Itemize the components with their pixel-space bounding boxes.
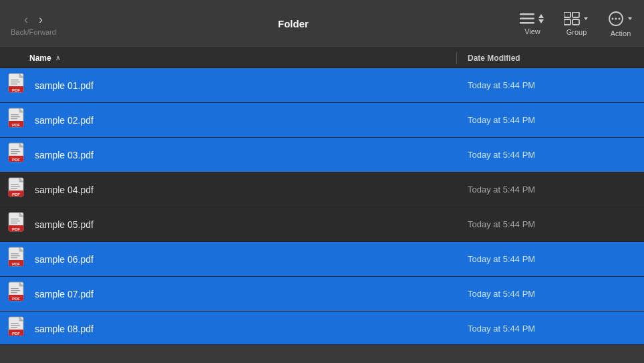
file-name: sample 07.pdf (35, 289, 446, 299)
group-chevron-icon (583, 15, 589, 22)
back-button[interactable]: ‹ (21, 12, 31, 27)
group-control[interactable]: Group (564, 12, 589, 36)
svg-rect-37 (11, 186, 20, 187)
forward-button[interactable]: › (36, 12, 45, 27)
svg-text:PDF: PDF (12, 227, 20, 231)
svg-text:PDF: PDF (12, 193, 20, 197)
file-row[interactable]: PDF sample 08.pdf Today at 5:44 PM (0, 312, 644, 346)
action-control[interactable]: Action (608, 11, 633, 37)
svg-rect-20 (11, 84, 17, 84)
back-forward-nav: ‹ › Back/Forward (11, 12, 56, 36)
window-title: Folder (278, 18, 309, 29)
svg-rect-19 (11, 82, 20, 82)
name-column-header[interactable]: Name ∧ (0, 53, 456, 63)
pdf-icon: PDF (8, 247, 27, 269)
view-control[interactable]: View (520, 13, 545, 35)
svg-rect-5 (564, 12, 571, 17)
nav-label: Back/Forward (11, 28, 56, 36)
file-row[interactable]: PDF sample 06.pdf Today at 5:44 PM (0, 242, 644, 277)
svg-rect-62 (11, 327, 17, 328)
pdf-icon: PDF (8, 108, 27, 130)
svg-rect-6 (573, 12, 579, 17)
svg-rect-55 (11, 290, 20, 291)
file-name: sample 08.pdf (35, 324, 446, 334)
file-row-inner: PDF sample 06.pdf (0, 247, 457, 272)
file-date: Today at 5:44 PM (457, 115, 644, 125)
svg-rect-2 (520, 22, 534, 24)
svg-rect-31 (11, 151, 20, 152)
file-icon: PDF (8, 212, 29, 237)
file-icon: PDF (8, 108, 29, 133)
file-date: Today at 5:44 PM (457, 80, 644, 90)
svg-rect-26 (11, 118, 17, 119)
column-header: Name ∧ Date Modified (0, 48, 644, 68)
file-row[interactable]: PDF sample 04.pdf Today at 5:44 PM (0, 172, 644, 207)
svg-rect-24 (11, 114, 19, 115)
svg-rect-56 (11, 292, 17, 293)
file-row[interactable]: PDF sample 03.pdf Today at 5:44 PM (0, 138, 644, 172)
file-date: Today at 5:44 PM (457, 254, 644, 264)
group-icon-row (564, 12, 589, 25)
svg-rect-18 (11, 80, 19, 80)
svg-point-12 (615, 17, 617, 19)
file-name: sample 01.pdf (35, 80, 446, 91)
svg-marker-14 (628, 17, 632, 20)
group-icon (564, 12, 580, 25)
file-row-inner: PDF sample 05.pdf (0, 212, 457, 237)
pdf-icon: PDF (8, 177, 27, 200)
file-icon: PDF (8, 247, 29, 272)
action-chevron-icon (627, 15, 633, 22)
svg-marker-9 (584, 17, 588, 20)
bottom-bar (0, 344, 644, 363)
svg-rect-60 (11, 323, 19, 324)
file-date: Today at 5:44 PM (457, 150, 644, 160)
svg-rect-1 (520, 17, 534, 19)
svg-rect-44 (11, 223, 17, 223)
svg-point-11 (612, 17, 614, 19)
action-label: Action (611, 29, 631, 37)
file-row-inner: PDF sample 04.pdf (0, 177, 457, 203)
window-title-area: Folder (67, 18, 520, 30)
svg-text:PDF: PDF (12, 123, 20, 127)
file-name: sample 02.pdf (35, 115, 446, 126)
svg-marker-4 (538, 19, 544, 23)
file-row[interactable]: PDF sample 05.pdf Today at 5:44 PM (0, 207, 644, 242)
svg-rect-54 (11, 288, 19, 289)
list-icon (520, 13, 534, 25)
file-row-inner: PDF sample 03.pdf (0, 142, 457, 168)
svg-text:PDF: PDF (12, 297, 20, 301)
file-row[interactable]: PDF sample 07.pdf Today at 5:44 PM (0, 277, 644, 312)
file-date: Today at 5:44 PM (457, 219, 644, 229)
svg-rect-8 (573, 19, 579, 25)
file-icon: PDF (8, 177, 29, 203)
view-label: View (524, 27, 540, 35)
view-sort-icon (537, 13, 545, 25)
svg-rect-42 (11, 219, 19, 219)
file-list: PDF sample 01.pdf Today at 5:44 PM (0, 68, 644, 346)
svg-rect-50 (11, 257, 17, 258)
svg-rect-38 (11, 188, 17, 189)
pdf-icon: PDF (8, 142, 27, 165)
file-date: Today at 5:44 PM (457, 324, 644, 334)
svg-rect-61 (11, 325, 20, 326)
toolbar: ‹ › Back/Forward Folder (0, 0, 644, 48)
svg-point-13 (619, 17, 621, 19)
file-row-inner: PDF sample 02.pdf (0, 108, 457, 133)
file-name: sample 06.pdf (35, 254, 446, 265)
sort-icon: ∧ (55, 54, 60, 62)
action-icon (608, 11, 624, 27)
file-date: Today at 5:44 PM (457, 185, 644, 195)
file-icon: PDF (8, 316, 29, 342)
toolbar-controls: View Group (520, 11, 633, 37)
svg-rect-0 (520, 13, 534, 15)
view-icon-row (520, 13, 545, 25)
file-row[interactable]: PDF sample 02.pdf Today at 5:44 PM (0, 103, 644, 138)
pdf-icon: PDF (8, 212, 27, 235)
file-row-inner: PDF sample 01.pdf (0, 73, 457, 98)
file-icon: PDF (8, 142, 29, 168)
date-column-header[interactable]: Date Modified (457, 53, 644, 63)
svg-rect-32 (11, 153, 17, 154)
svg-text:PDF: PDF (12, 262, 20, 266)
svg-text:PDF: PDF (12, 158, 20, 162)
file-row[interactable]: PDF sample 01.pdf Today at 5:44 PM (0, 68, 644, 103)
